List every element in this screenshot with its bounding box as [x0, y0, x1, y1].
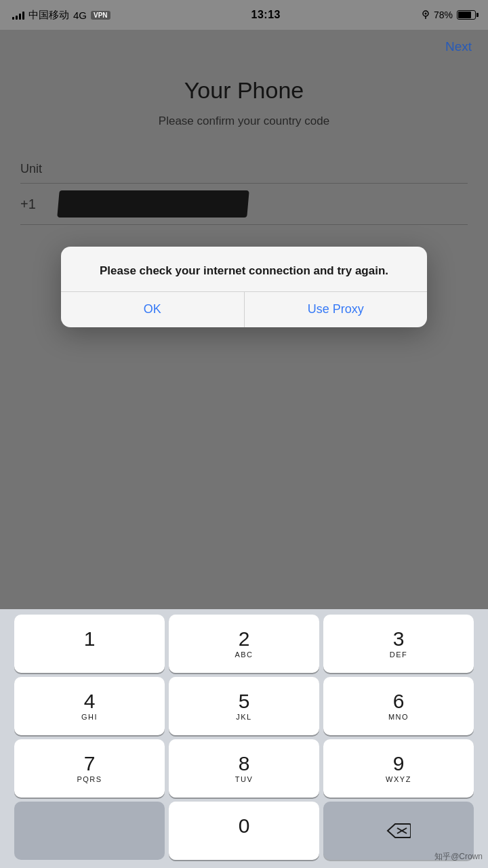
keyboard-row-3: 7 PQRS 8 TUV 9 WXYZ: [4, 739, 484, 798]
key-2[interactable]: 2 ABC: [169, 615, 319, 673]
alert-message: Please check your internet connection an…: [61, 247, 427, 291]
status-bar: 中国移动 4G VPN 13:13 78%: [0, 0, 488, 30]
backspace-icon: [386, 823, 411, 839]
network-label: 4G: [73, 9, 87, 21]
alert-proxy-button[interactable]: Use Proxy: [245, 292, 428, 327]
battery-icon: [457, 10, 476, 20]
key-5[interactable]: 5 JKL: [169, 677, 319, 735]
keyboard: 1 2 ABC 3 DEF 4 GHI 5 JKL 6 MNO 7 PQRS: [0, 609, 488, 868]
key-9[interactable]: 9 WXYZ: [323, 739, 474, 798]
keyboard-row-2: 4 GHI 5 JKL 6 MNO: [4, 677, 484, 735]
alert-buttons: OK Use Proxy: [61, 292, 427, 327]
vpn-badge: VPN: [91, 11, 110, 20]
key-empty: [14, 802, 165, 860]
signal-icon: [12, 10, 24, 20]
location-icon: [422, 10, 430, 20]
clock: 13:13: [251, 9, 281, 21]
key-1[interactable]: 1: [14, 615, 165, 673]
key-0[interactable]: 0: [169, 802, 319, 860]
keyboard-row-4: 0: [4, 802, 484, 860]
main-background: Next Your Phone Please confirm your coun…: [0, 30, 488, 609]
watermark: 知乎@Crown: [434, 851, 483, 863]
alert-dialog: Please check your internet connection an…: [61, 247, 427, 327]
battery-percent: 78%: [434, 9, 453, 20]
alert-overlay: Please check your internet connection an…: [0, 30, 488, 609]
key-6[interactable]: 6 MNO: [323, 677, 474, 735]
status-right: 78%: [422, 9, 476, 20]
status-left: 中国移动 4G VPN: [12, 9, 110, 22]
keyboard-row-1: 1 2 ABC 3 DEF: [4, 615, 484, 673]
key-8[interactable]: 8 TUV: [169, 739, 319, 798]
key-3[interactable]: 3 DEF: [323, 615, 474, 673]
carrier-label: 中国移动: [28, 9, 69, 22]
svg-point-1: [424, 13, 426, 15]
key-4[interactable]: 4 GHI: [14, 677, 165, 735]
alert-ok-button[interactable]: OK: [61, 292, 244, 327]
key-7[interactable]: 7 PQRS: [14, 739, 165, 798]
